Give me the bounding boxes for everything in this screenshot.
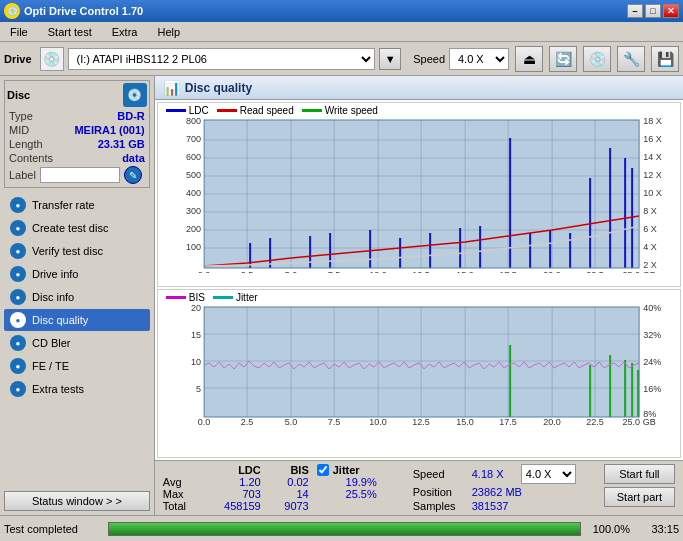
main-layout: Disc 💿 Type BD-R MID MEIRA1 (001) Length… [0, 76, 683, 515]
legend-jitter: Jitter [213, 292, 258, 303]
menubar: File Start test Extra Help [0, 22, 683, 42]
chart2-container: BIS Jitter [157, 289, 681, 458]
svg-text:12.5: 12.5 [412, 270, 430, 273]
disc-panel-header: Disc 💿 [7, 83, 147, 107]
maximize-button[interactable]: □ [645, 4, 661, 18]
position-label: Position [413, 486, 468, 498]
jitter-checkbox[interactable] [317, 464, 329, 476]
speed-label: Speed [413, 53, 445, 65]
disc-mid-label: MID [9, 124, 29, 136]
disc-button[interactable]: 💿 [583, 46, 611, 72]
samples-value: 381537 [472, 500, 509, 512]
sidebar-item-transfer-rate[interactable]: ● Transfer rate [4, 194, 150, 216]
svg-text:500: 500 [186, 170, 201, 180]
eject-button[interactable]: ⏏ [515, 46, 543, 72]
disc-label-edit-button[interactable]: ✎ [124, 166, 142, 184]
speed-select[interactable]: 4.0 X [449, 48, 509, 70]
disc-length-row: Length 23.31 GB [7, 137, 147, 151]
svg-text:8 X: 8 X [643, 206, 657, 216]
max-ldc-value: 703 [211, 488, 261, 500]
sidebar-item-disc-quality[interactable]: ● Disc quality [4, 309, 150, 331]
bis-color [166, 296, 186, 299]
menu-help[interactable]: Help [151, 24, 186, 40]
svg-text:15.0: 15.0 [456, 270, 474, 273]
menu-extra[interactable]: Extra [106, 24, 144, 40]
sidebar-item-fe-te[interactable]: ● FE / TE [4, 355, 150, 377]
drive-select[interactable]: (I:) ATAPI iHBS112 2 PL06 [68, 48, 376, 70]
svg-text:14 X: 14 X [643, 152, 662, 162]
svg-text:5.0: 5.0 [285, 270, 298, 273]
svg-text:7.5: 7.5 [328, 417, 341, 425]
svg-text:16 X: 16 X [643, 134, 662, 144]
disc-panel-icon-button[interactable]: 💿 [123, 83, 147, 107]
svg-text:700: 700 [186, 134, 201, 144]
speed-select2[interactable]: 4.0 X [521, 464, 576, 484]
sidebar-item-label-disc-quality: Disc quality [32, 314, 88, 326]
refresh-button[interactable]: 🔄 [549, 46, 577, 72]
avg-bis-value: 0.02 [269, 476, 309, 488]
svg-text:0.0: 0.0 [198, 417, 211, 425]
content-area: 📊 Disc quality LDC Read speed [155, 76, 683, 515]
close-button[interactable]: ✕ [663, 4, 679, 18]
avg-label: Avg [163, 476, 203, 488]
sidebar-item-label-create-test-disc: Create test disc [32, 222, 108, 234]
transfer-rate-icon: ● [10, 197, 26, 213]
menu-start-test[interactable]: Start test [42, 24, 98, 40]
svg-text:7.5: 7.5 [328, 270, 341, 273]
extra-tests-icon: ● [10, 381, 26, 397]
ldc-col-header: LDC [211, 464, 261, 476]
svg-rect-42 [479, 226, 481, 268]
total-row: Total 458159 9073 [163, 500, 377, 512]
jitter-label: Jitter [236, 292, 258, 303]
status-window-button[interactable]: Status window > > [4, 491, 150, 511]
minimize-button[interactable]: – [627, 4, 643, 18]
drive-info-icon: ● [10, 266, 26, 282]
svg-rect-50 [631, 168, 633, 268]
legend-ldc: LDC [166, 105, 209, 116]
svg-text:600: 600 [186, 152, 201, 162]
svg-text:15.0: 15.0 [456, 417, 474, 425]
config-button[interactable]: 🔧 [617, 46, 645, 72]
max-label: Max [163, 488, 203, 500]
svg-text:12.5: 12.5 [412, 417, 430, 425]
svg-text:5: 5 [196, 384, 201, 394]
drive-arrow-button[interactable]: ▼ [379, 48, 401, 70]
titlebar: 💿 Opti Drive Control 1.70 – □ ✕ [0, 0, 683, 22]
start-part-button[interactable]: Start part [604, 487, 675, 507]
menu-file[interactable]: File [4, 24, 34, 40]
svg-text:17.5: 17.5 [499, 270, 517, 273]
svg-rect-49 [624, 158, 626, 268]
status-time: 33:15 [634, 523, 679, 535]
chart1-container: LDC Read speed Write speed [157, 102, 681, 287]
speed-label: Speed [413, 468, 468, 480]
progress-bar-container [108, 522, 581, 536]
svg-text:25.0 GB: 25.0 GB [622, 270, 655, 273]
jitter-checkbox-row: Jitter [317, 464, 360, 476]
svg-rect-45 [549, 230, 551, 268]
save-button[interactable]: 💾 [651, 46, 679, 72]
ldc-color [166, 109, 186, 112]
drive-label: Drive [4, 53, 32, 65]
progress-percent: 100.0% [585, 523, 630, 535]
disc-label-input[interactable] [40, 167, 120, 183]
chart2-legend: BIS Jitter [158, 290, 680, 305]
svg-rect-38 [369, 230, 371, 268]
sidebar-item-verify-test-disc[interactable]: ● Verify test disc [4, 240, 150, 262]
svg-text:200: 200 [186, 224, 201, 234]
sidebar-item-label-drive-info: Drive info [32, 268, 78, 280]
sidebar-item-create-test-disc[interactable]: ● Create test disc [4, 217, 150, 239]
drivebar: Drive 💿 (I:) ATAPI iHBS112 2 PL06 ▼ Spee… [0, 42, 683, 76]
start-full-button[interactable]: Start full [604, 464, 675, 484]
svg-text:22.5: 22.5 [586, 417, 604, 425]
disc-label-row: Label ✎ [7, 165, 147, 185]
action-buttons: Start full Start part [604, 464, 675, 507]
svg-text:17.5: 17.5 [499, 417, 517, 425]
sidebar-item-drive-info[interactable]: ● Drive info [4, 263, 150, 285]
sidebar-item-extra-tests[interactable]: ● Extra tests [4, 378, 150, 400]
svg-text:12 X: 12 X [643, 170, 662, 180]
cd-bler-icon: ● [10, 335, 26, 351]
svg-rect-88 [624, 360, 626, 417]
sidebar-item-disc-info[interactable]: ● Disc info [4, 286, 150, 308]
sidebar-item-cd-bler[interactable]: ● CD Bler [4, 332, 150, 354]
sidebar-item-label-transfer-rate: Transfer rate [32, 199, 95, 211]
